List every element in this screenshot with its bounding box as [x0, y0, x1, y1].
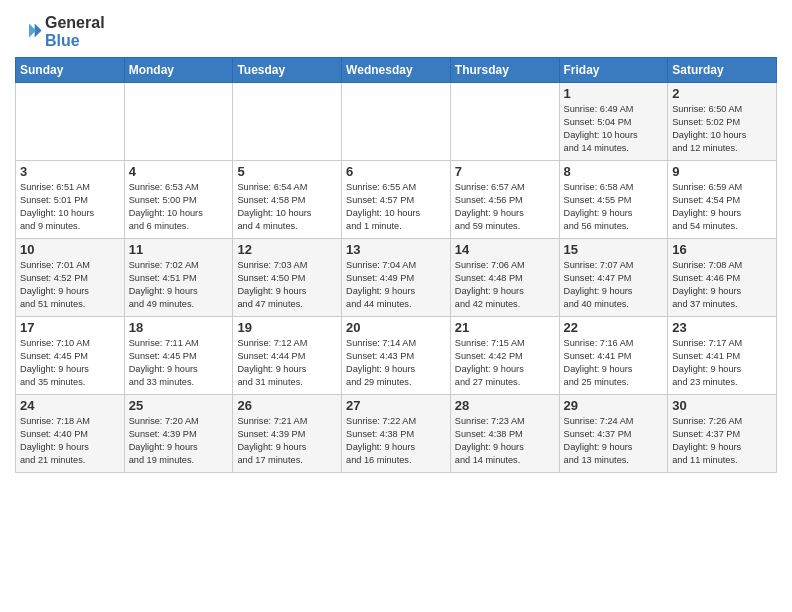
- calendar-cell: 2Sunrise: 6:50 AM Sunset: 5:02 PM Daylig…: [668, 83, 777, 161]
- calendar-cell: [233, 83, 342, 161]
- day-info: Sunrise: 7:07 AM Sunset: 4:47 PM Dayligh…: [564, 259, 664, 311]
- calendar-cell: 30Sunrise: 7:26 AM Sunset: 4:37 PM Dayli…: [668, 395, 777, 473]
- day-number: 17: [20, 320, 120, 335]
- calendar-cell: 23Sunrise: 7:17 AM Sunset: 4:41 PM Dayli…: [668, 317, 777, 395]
- day-info: Sunrise: 6:51 AM Sunset: 5:01 PM Dayligh…: [20, 181, 120, 233]
- day-info: Sunrise: 7:18 AM Sunset: 4:40 PM Dayligh…: [20, 415, 120, 467]
- day-info: Sunrise: 6:53 AM Sunset: 5:00 PM Dayligh…: [129, 181, 229, 233]
- day-number: 22: [564, 320, 664, 335]
- calendar-cell: [16, 83, 125, 161]
- day-info: Sunrise: 7:03 AM Sunset: 4:50 PM Dayligh…: [237, 259, 337, 311]
- calendar-cell: 24Sunrise: 7:18 AM Sunset: 4:40 PM Dayli…: [16, 395, 125, 473]
- day-number: 4: [129, 164, 229, 179]
- calendar-cell: 12Sunrise: 7:03 AM Sunset: 4:50 PM Dayli…: [233, 239, 342, 317]
- day-info: Sunrise: 7:11 AM Sunset: 4:45 PM Dayligh…: [129, 337, 229, 389]
- day-number: 7: [455, 164, 555, 179]
- day-number: 8: [564, 164, 664, 179]
- weekday-header-friday: Friday: [559, 58, 668, 83]
- day-number: 6: [346, 164, 446, 179]
- day-number: 18: [129, 320, 229, 335]
- day-number: 1: [564, 86, 664, 101]
- day-number: 20: [346, 320, 446, 335]
- day-info: Sunrise: 7:17 AM Sunset: 4:41 PM Dayligh…: [672, 337, 772, 389]
- day-info: Sunrise: 6:59 AM Sunset: 4:54 PM Dayligh…: [672, 181, 772, 233]
- calendar-cell: [342, 83, 451, 161]
- day-info: Sunrise: 7:20 AM Sunset: 4:39 PM Dayligh…: [129, 415, 229, 467]
- day-number: 3: [20, 164, 120, 179]
- day-info: Sunrise: 7:12 AM Sunset: 4:44 PM Dayligh…: [237, 337, 337, 389]
- calendar-cell: 11Sunrise: 7:02 AM Sunset: 4:51 PM Dayli…: [124, 239, 233, 317]
- day-info: Sunrise: 7:06 AM Sunset: 4:48 PM Dayligh…: [455, 259, 555, 311]
- day-info: Sunrise: 6:54 AM Sunset: 4:58 PM Dayligh…: [237, 181, 337, 233]
- calendar-cell: 3Sunrise: 6:51 AM Sunset: 5:01 PM Daylig…: [16, 161, 125, 239]
- calendar-cell: 22Sunrise: 7:16 AM Sunset: 4:41 PM Dayli…: [559, 317, 668, 395]
- day-info: Sunrise: 7:08 AM Sunset: 4:46 PM Dayligh…: [672, 259, 772, 311]
- calendar-cell: 7Sunrise: 6:57 AM Sunset: 4:56 PM Daylig…: [450, 161, 559, 239]
- header: General Blue: [15, 10, 777, 49]
- day-info: Sunrise: 7:10 AM Sunset: 4:45 PM Dayligh…: [20, 337, 120, 389]
- logo-text: General Blue: [45, 14, 105, 49]
- day-number: 2: [672, 86, 772, 101]
- day-number: 29: [564, 398, 664, 413]
- week-row-4: 24Sunrise: 7:18 AM Sunset: 4:40 PM Dayli…: [16, 395, 777, 473]
- calendar-cell: 10Sunrise: 7:01 AM Sunset: 4:52 PM Dayli…: [16, 239, 125, 317]
- day-number: 9: [672, 164, 772, 179]
- day-number: 19: [237, 320, 337, 335]
- calendar-cell: 15Sunrise: 7:07 AM Sunset: 4:47 PM Dayli…: [559, 239, 668, 317]
- day-number: 28: [455, 398, 555, 413]
- day-number: 13: [346, 242, 446, 257]
- weekday-header-row: SundayMondayTuesdayWednesdayThursdayFrid…: [16, 58, 777, 83]
- calendar-cell: 27Sunrise: 7:22 AM Sunset: 4:38 PM Dayli…: [342, 395, 451, 473]
- day-number: 27: [346, 398, 446, 413]
- calendar-cell: 8Sunrise: 6:58 AM Sunset: 4:55 PM Daylig…: [559, 161, 668, 239]
- day-number: 10: [20, 242, 120, 257]
- day-number: 5: [237, 164, 337, 179]
- day-info: Sunrise: 7:21 AM Sunset: 4:39 PM Dayligh…: [237, 415, 337, 467]
- calendar-cell: 13Sunrise: 7:04 AM Sunset: 4:49 PM Dayli…: [342, 239, 451, 317]
- day-info: Sunrise: 7:14 AM Sunset: 4:43 PM Dayligh…: [346, 337, 446, 389]
- calendar-cell: 26Sunrise: 7:21 AM Sunset: 4:39 PM Dayli…: [233, 395, 342, 473]
- day-number: 16: [672, 242, 772, 257]
- calendar-cell: 29Sunrise: 7:24 AM Sunset: 4:37 PM Dayli…: [559, 395, 668, 473]
- weekday-header-thursday: Thursday: [450, 58, 559, 83]
- calendar-cell: 5Sunrise: 6:54 AM Sunset: 4:58 PM Daylig…: [233, 161, 342, 239]
- day-info: Sunrise: 7:22 AM Sunset: 4:38 PM Dayligh…: [346, 415, 446, 467]
- weekday-header-saturday: Saturday: [668, 58, 777, 83]
- day-number: 30: [672, 398, 772, 413]
- calendar-cell: 21Sunrise: 7:15 AM Sunset: 4:42 PM Dayli…: [450, 317, 559, 395]
- day-info: Sunrise: 6:49 AM Sunset: 5:04 PM Dayligh…: [564, 103, 664, 155]
- week-row-1: 3Sunrise: 6:51 AM Sunset: 5:01 PM Daylig…: [16, 161, 777, 239]
- weekday-header-sunday: Sunday: [16, 58, 125, 83]
- weekday-header-monday: Monday: [124, 58, 233, 83]
- day-number: 25: [129, 398, 229, 413]
- weekday-header-wednesday: Wednesday: [342, 58, 451, 83]
- calendar-cell: 28Sunrise: 7:23 AM Sunset: 4:38 PM Dayli…: [450, 395, 559, 473]
- day-info: Sunrise: 7:16 AM Sunset: 4:41 PM Dayligh…: [564, 337, 664, 389]
- day-number: 26: [237, 398, 337, 413]
- calendar-table: SundayMondayTuesdayWednesdayThursdayFrid…: [15, 57, 777, 473]
- day-info: Sunrise: 6:55 AM Sunset: 4:57 PM Dayligh…: [346, 181, 446, 233]
- week-row-3: 17Sunrise: 7:10 AM Sunset: 4:45 PM Dayli…: [16, 317, 777, 395]
- calendar-cell: [124, 83, 233, 161]
- day-info: Sunrise: 6:58 AM Sunset: 4:55 PM Dayligh…: [564, 181, 664, 233]
- weekday-header-tuesday: Tuesday: [233, 58, 342, 83]
- calendar-cell: 25Sunrise: 7:20 AM Sunset: 4:39 PM Dayli…: [124, 395, 233, 473]
- calendar-cell: 9Sunrise: 6:59 AM Sunset: 4:54 PM Daylig…: [668, 161, 777, 239]
- day-info: Sunrise: 7:02 AM Sunset: 4:51 PM Dayligh…: [129, 259, 229, 311]
- calendar-cell: 1Sunrise: 6:49 AM Sunset: 5:04 PM Daylig…: [559, 83, 668, 161]
- day-number: 11: [129, 242, 229, 257]
- calendar-cell: 20Sunrise: 7:14 AM Sunset: 4:43 PM Dayli…: [342, 317, 451, 395]
- week-row-0: 1Sunrise: 6:49 AM Sunset: 5:04 PM Daylig…: [16, 83, 777, 161]
- day-number: 15: [564, 242, 664, 257]
- calendar-cell: 16Sunrise: 7:08 AM Sunset: 4:46 PM Dayli…: [668, 239, 777, 317]
- calendar-cell: 6Sunrise: 6:55 AM Sunset: 4:57 PM Daylig…: [342, 161, 451, 239]
- day-number: 12: [237, 242, 337, 257]
- logo-icon: [15, 18, 43, 46]
- calendar-cell: 17Sunrise: 7:10 AM Sunset: 4:45 PM Dayli…: [16, 317, 125, 395]
- day-info: Sunrise: 7:23 AM Sunset: 4:38 PM Dayligh…: [455, 415, 555, 467]
- day-info: Sunrise: 7:24 AM Sunset: 4:37 PM Dayligh…: [564, 415, 664, 467]
- day-info: Sunrise: 6:57 AM Sunset: 4:56 PM Dayligh…: [455, 181, 555, 233]
- calendar-cell: [450, 83, 559, 161]
- day-info: Sunrise: 6:50 AM Sunset: 5:02 PM Dayligh…: [672, 103, 772, 155]
- week-row-2: 10Sunrise: 7:01 AM Sunset: 4:52 PM Dayli…: [16, 239, 777, 317]
